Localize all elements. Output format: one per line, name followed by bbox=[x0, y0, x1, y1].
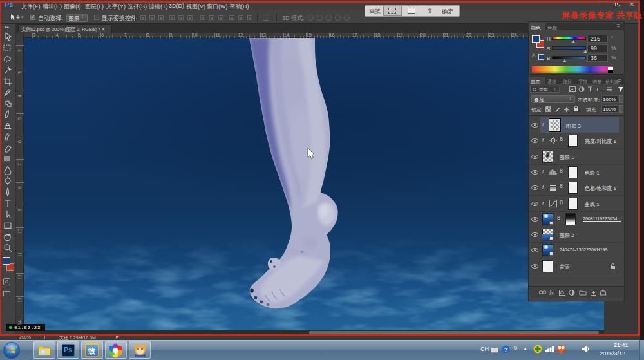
svg-text:?: ? bbox=[504, 346, 508, 353]
svg-text:fx: fx bbox=[549, 290, 554, 296]
